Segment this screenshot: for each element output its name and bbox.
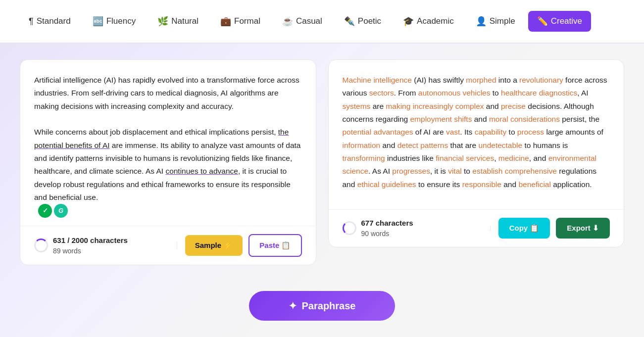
copy-label: Copy 📋 <box>509 224 540 233</box>
sample-button[interactable]: Sample ⚡ <box>185 235 243 256</box>
nav-label-poetic: Poetic <box>358 16 381 26</box>
academic-icon: 🎓 <box>403 16 414 27</box>
nav-item-academic[interactable]: 🎓 Academic <box>394 11 463 32</box>
grammar-check-icons: ✓ G <box>38 204 302 218</box>
copy-button[interactable]: Copy 📋 <box>498 218 550 239</box>
left-char-count: 631 / 2000 characters 89 words <box>34 235 169 257</box>
hl-undetectable: undetectable <box>478 141 522 149</box>
nav-item-creative[interactable]: ✏️ Creative <box>528 11 591 32</box>
paraphrase-section: ✦ Paraphrase <box>0 281 644 331</box>
hl-medicine: medicine <box>498 154 529 162</box>
hl-precise: precise <box>501 102 526 110</box>
nav-label-creative: Creative <box>551 16 582 26</box>
hl-moral-considerations: moral considerations <box>489 115 560 123</box>
hl-vast: vast <box>446 128 460 136</box>
paste-label: Paste 📋 <box>259 241 291 250</box>
nav-label-academic: Academic <box>417 16 454 26</box>
right-word-count: 90 words <box>361 229 413 239</box>
export-label: Export ⬇ <box>567 224 599 233</box>
hl-making-increasingly-complex: making increasingly complex <box>386 102 484 110</box>
grammarly-icon: G <box>54 204 68 218</box>
nav-label-casual: Casual <box>296 16 322 26</box>
grammar-check-green: ✓ <box>38 204 52 218</box>
hl-beneficial: beneficial <box>518 180 551 189</box>
main-content: Artificial intelligence (AI) has rapidly… <box>0 44 644 281</box>
hl-sectors: sectors <box>369 89 394 97</box>
poetic-icon: ✒️ <box>344 16 355 27</box>
nav-item-formal[interactable]: 💼 Formal <box>211 11 269 32</box>
right-progress-spinner <box>343 221 356 235</box>
sample-label: Sample ⚡ <box>195 241 233 250</box>
nav-item-casual[interactable]: ☕ Casual <box>273 11 331 32</box>
paste-button[interactable]: Paste 📋 <box>248 234 301 257</box>
hl-responsible: responsible <box>462 180 501 189</box>
hl-process: process <box>517 128 544 136</box>
simple-icon: 👤 <box>476 16 487 27</box>
nav-label-standard: Standard <box>37 16 71 26</box>
hl-financial-services: financial services <box>436 154 494 162</box>
hl-revolutionary: revolutionary <box>519 76 563 84</box>
underlined-text-2: continues to advance <box>165 167 238 175</box>
count-text: 631 / 2000 characters 89 words <box>53 235 128 257</box>
footer-divider <box>177 242 177 249</box>
sparkle-icon: ✦ <box>289 300 297 312</box>
hl-transforming: transforming <box>343 154 385 162</box>
right-panel-footer: 677 characters 90 words Copy 📋 Export ⬇ <box>329 209 624 247</box>
hl-capability: capability <box>475 128 507 136</box>
word-count: 89 words <box>53 246 128 256</box>
fluency-icon: 🔤 <box>93 16 103 27</box>
hl-machine-intelligence: Machine intelligence <box>343 76 412 84</box>
export-button[interactable]: Export ⬇ <box>556 218 610 239</box>
left-panel-text[interactable]: Artificial intelligence (AI) has rapidly… <box>20 60 316 226</box>
hl-establish-comprehensive: establish comprehensive <box>472 167 557 175</box>
hl-morphed: morphed <box>466 76 496 84</box>
creative-icon: ✏️ <box>537 16 548 27</box>
paraphrase-button[interactable]: ✦ Paraphrase <box>249 291 396 321</box>
left-footer-buttons: Sample ⚡ Paste 📋 <box>185 234 302 257</box>
left-panel: Artificial intelligence (AI) has rapidly… <box>20 59 316 265</box>
paraphrase-label: Paraphrase <box>302 300 356 312</box>
casual-icon: ☕ <box>282 16 293 27</box>
left-panel-footer: 631 / 2000 characters 89 words Sample ⚡ … <box>20 226 316 265</box>
hl-vital: vital <box>448 167 462 175</box>
nav-item-standard[interactable]: ¶ Standard <box>20 11 80 32</box>
right-panel-text: Machine intelligence (AI) has swiftly mo… <box>329 60 624 209</box>
hl-systems: systems <box>343 102 371 110</box>
nav-label-simple: Simple <box>490 16 515 26</box>
formal-icon: 💼 <box>220 16 231 27</box>
nav-label-fluency: Fluency <box>106 16 136 26</box>
right-character-count: 677 characters <box>361 218 413 229</box>
hl-progresses: progresses <box>392 167 430 175</box>
character-count: 631 / 2000 characters <box>53 235 128 246</box>
right-footer-divider <box>490 226 491 232</box>
nav-item-natural[interactable]: 🌿 Natural <box>149 11 207 32</box>
right-count-text: 677 characters 90 words <box>361 218 413 240</box>
nav-item-simple[interactable]: 👤 Simple <box>467 11 524 32</box>
progress-spinner <box>34 239 48 252</box>
hl-ethical-guidelines: ethical guidelines <box>357 180 416 189</box>
right-char-count: 677 characters 90 words <box>343 218 482 240</box>
underlined-text-1: the potential benefits of AI <box>34 128 289 149</box>
hl-detect-patterns: detect patterns <box>397 141 448 149</box>
nav-item-poetic[interactable]: ✒️ Poetic <box>335 11 390 32</box>
nav-item-fluency[interactable]: 🔤 Fluency <box>84 11 145 32</box>
right-panel: Machine intelligence (AI) has swiftly mo… <box>328 59 625 247</box>
hl-employment-shifts: employment shifts <box>410 115 472 123</box>
nav-label-formal: Formal <box>234 16 260 26</box>
hl-potential-advantages: potential advantages <box>343 128 413 136</box>
nav-label-natural: Natural <box>171 16 198 26</box>
right-footer-buttons: Copy 📋 Export ⬇ <box>498 218 610 239</box>
natural-icon: 🌿 <box>157 16 168 27</box>
paragraph-icon: ¶ <box>29 16 34 27</box>
hl-autonomous-vehicles: autonomous vehicles <box>418 89 491 97</box>
nav-bar: ¶ Standard 🔤 Fluency 🌿 Natural 💼 Formal … <box>0 0 644 44</box>
hl-information: information <box>343 141 381 149</box>
hl-healthcare-diagnostics: healthcare diagnostics <box>501 89 577 97</box>
